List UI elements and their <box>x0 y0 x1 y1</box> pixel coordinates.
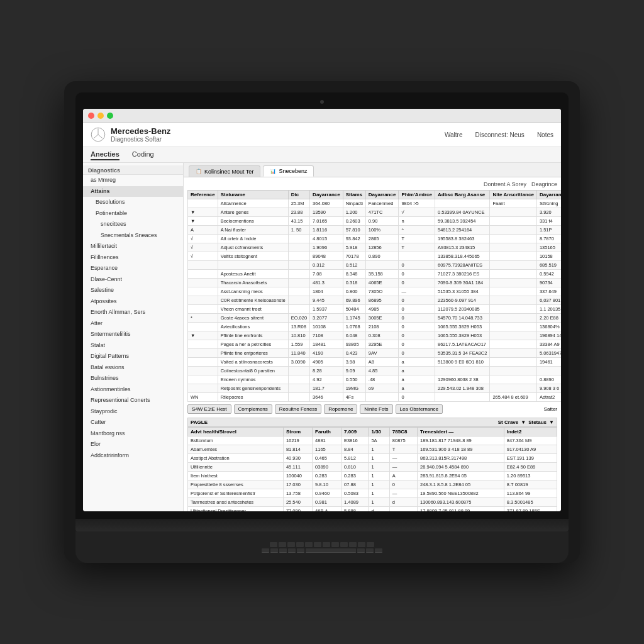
col-header: 7.009 <box>341 428 369 436</box>
nav-bar: Anecties Coding <box>83 147 561 163</box>
footer-button[interactable]: Lea Obsternance <box>396 404 443 414</box>
footer-button[interactable]: Reoultne Feness <box>275 404 321 414</box>
sidebar-astionmentinles[interactable]: Astionmentinles <box>83 384 183 396</box>
table-row[interactable]: Pflinte tine entporteres11.84041900.4239… <box>188 349 562 358</box>
table-row[interactable]: Item hinthest1000400.2830.2831A283.91.81… <box>188 472 557 480</box>
table-row[interactable]: ▼Antare genes23.88135901.200471TC√0.5339… <box>188 208 562 217</box>
table-row[interactable]: ▼Boclocmentions43.157.01650.26030.90n59.… <box>188 217 562 226</box>
header-action-disconnect[interactable]: Disconnest: Neus <box>475 131 525 138</box>
header-action-notes[interactable]: Notes <box>537 131 553 138</box>
table-row[interactable]: Coiinestosntai8 0 parstien8.289.094.85a <box>188 367 562 375</box>
app-header: Mercedes-Benz Diagnostics Softar Waltre … <box>83 123 561 147</box>
sidebar-catter[interactable]: Catter <box>83 417 183 428</box>
header-action-waltre[interactable]: Waltre <box>445 131 463 138</box>
table-row[interactable]: Vsited a stlinosnacorests3.009049053.98A… <box>188 358 562 367</box>
table-row[interactable]: ▼Pflinte tine enrfronts10.81071086.0480.… <box>188 331 562 340</box>
sidebar-snecmentals[interactable]: Snecmentals Sneaces <box>83 230 183 242</box>
table-row[interactable]: Enceen nymmos4.920.550.48a1290960.8038 2… <box>188 375 562 384</box>
tab-icon-1: 📋 <box>196 169 202 174</box>
table-row[interactable]: Retposmt gensinenpondents181.719MGo9a229… <box>188 384 562 393</box>
sidebar-snecittees[interactable]: snecittees <box>83 219 183 230</box>
nav-coding[interactable]: Coding <box>132 149 154 160</box>
sidebar-atpossites[interactable]: Atpossites <box>83 296 183 308</box>
nav-anecties[interactable]: Anecties <box>91 149 119 160</box>
mercedes-benz-logo <box>91 127 106 142</box>
sidebar-esperance[interactable]: Esperance <box>83 263 183 274</box>
col-header-sitams: Sitams <box>343 191 365 199</box>
table-row[interactable]: 0.3120.512060975.73928ANITES685.519 <box>188 261 562 270</box>
sidebar-salestine[interactable]: Salestine <box>83 285 183 296</box>
table-row[interactable]: Ulttocttonsel Dresittsenner77.09046B.A5.… <box>188 507 557 512</box>
table-row[interactable]: AA Nai fluster1. 501.811657.810100%^5481… <box>188 226 562 235</box>
tab-label-1: Kolinsinec Mout Ter <box>204 169 253 175</box>
maximize-button[interactable] <box>107 113 113 119</box>
keyboard-row-1 <box>270 542 374 547</box>
sidebar-representional[interactable]: Representional Conerts <box>83 395 183 406</box>
table-row[interactable]: √Adjust ccfransments1.90965.91812856TA93… <box>188 243 562 252</box>
table-row[interactable]: WNRtlepocres36464Fs0265.484 8 et.609Adtr… <box>188 393 562 402</box>
col-header: Faruth <box>313 428 341 436</box>
table2-controls: St Crave ▼ Stetaus ▼ <box>498 419 554 425</box>
table-row[interactable]: Flopresittette 8 ssserrses17.0309.8.1007… <box>188 480 557 489</box>
table-row[interactable]: Allcannence25.3M364.080NinpactiFancenmed… <box>188 199 562 208</box>
sidebar-dlase-cennt[interactable]: Dlase-Cennt <box>83 274 183 286</box>
sidebar: Diagnostics as Mmreg Attains Besolutions… <box>83 163 184 511</box>
table-row[interactable]: Vhecn cmannt treet1.59375048449850112079… <box>188 305 562 314</box>
chevron-down-icon-2[interactable]: ▼ <box>549 419 554 425</box>
sidebar-enorth-allmman[interactable]: Enorth Allmman, Sers <box>83 307 183 318</box>
footer-button[interactable]: Complemens <box>234 404 272 414</box>
table-row[interactable]: Aviecilicstions13.R08101081.076821080106… <box>188 323 562 331</box>
panel-header-label-1: Dontrent A Sorey <box>484 181 526 187</box>
table-row[interactable]: Tanrnestres ansd antecshetes25.5400.9811… <box>188 498 557 507</box>
sidebar-stalat[interactable]: Stalat <box>83 340 183 352</box>
table-row[interactable]: C0R estitmente Knelsoasonste9.44569.8968… <box>188 296 562 305</box>
tab-snecebenz[interactable]: 📊 Snecebenz <box>263 165 314 177</box>
sidebar-batal-essions[interactable]: Batal essions <box>83 362 183 374</box>
close-button[interactable] <box>88 113 94 119</box>
footer-button[interactable]: S4W E1tE Hest <box>187 404 231 414</box>
sidebar-sntermentelilitis[interactable]: Sntermentelilitis <box>83 329 183 340</box>
sidebar-as-mmreg[interactable]: as Mmreg <box>83 175 183 186</box>
tab-kolinsinec[interactable]: 📋 Kolinsinec Mout Ter <box>189 165 260 177</box>
table-row[interactable]: Abam.emtes81.81411658.841T169.531.900 3 … <box>188 445 557 454</box>
table-row[interactable]: Pages a her a petricitles1.5591848193805… <box>188 340 562 349</box>
table-row[interactable]: Asstipct Abstration40.9300.4655.8121—863… <box>188 454 557 463</box>
header-actions: Waltre Disconnest: Neus Notes <box>445 131 553 138</box>
sidebar-mantborg[interactable]: Mantborg nss <box>83 428 183 440</box>
sidebar-stayprodic[interactable]: Stayprodic <box>83 406 183 418</box>
sidebar-digital-patterns[interactable]: Digital Patterns <box>83 351 183 362</box>
app-content: Mercedes-Benz Diagnostics Softar Waltre … <box>83 123 561 511</box>
table-row[interactable]: Thacarsin Anasottsets481.30.3184065E0709… <box>188 279 562 287</box>
table-row[interactable]: Ulfilienntte45.111038900.8101—28.940.094… <box>188 463 557 472</box>
sidebar-besolutions[interactable]: Besolutions <box>83 197 183 208</box>
table-row[interactable]: √Velfits stsitognent89048701780.89013385… <box>188 252 562 261</box>
sidebar-potinentable[interactable]: Potinentable <box>83 208 183 219</box>
panel-tabs: 📋 Kolinsinec Mout Ter 📊 Snecebenz <box>184 163 561 177</box>
table-row[interactable]: √Att ortetr & Indde4.801593.8422865T1955… <box>188 235 562 243</box>
table1-footer: S4W E1tE HestComplemensReoultne FenessRo… <box>187 404 557 414</box>
sidebar-bulnstrines[interactable]: Bulnstrines <box>83 373 183 384</box>
table-row[interactable]: Asst.cansning meos18040.8007305O—51535.3… <box>188 287 562 296</box>
col-header: Advt health/Strovel <box>188 428 284 436</box>
sidebar-millilertacit[interactable]: Millilertacit <box>83 241 183 252</box>
footer-button[interactable]: Ninite Fots <box>360 404 392 414</box>
minimize-button[interactable] <box>97 113 104 119</box>
sidebar-filillnences[interactable]: Filillnences <box>83 252 183 264</box>
chevron-down-icon[interactable]: ▼ <box>521 419 526 425</box>
table2-header-row: PAGLE St Crave ▼ Stetaus ▼ <box>187 418 557 427</box>
col-header-dic: Dic <box>288 191 309 199</box>
table-row[interactable]: *Goste 4asocs sitrentEO.0203.20771.17453… <box>188 314 562 323</box>
sidebar-elor[interactable]: Elor <box>83 439 183 450</box>
sidebar-addcatririnform[interactable]: Addcatririnform <box>83 450 183 462</box>
sidebar-atter[interactable]: Atter <box>83 318 183 330</box>
tab-icon-2: 📊 <box>270 169 276 174</box>
table-row[interactable]: Potporenst ef Ssnteresmenfistr13.7580.94… <box>188 489 557 498</box>
table-row[interactable]: Apostesus Anetit7.088.34835.158071027.3 … <box>188 270 562 279</box>
footer-button[interactable]: Ropemone <box>324 404 357 414</box>
table2: Advt health/StrovelStromFaruth7.0091/307… <box>187 427 557 511</box>
sidebar-attains[interactable]: Attains <box>83 186 183 197</box>
table-row[interactable]: Bsttomtum162194881E38165A80875189.181.81… <box>188 436 557 445</box>
traffic-lights <box>88 113 113 119</box>
sidebar-diagnostics-header: Diagnostics <box>83 165 183 175</box>
screen: Mercedes-Benz Diagnostics Softar Waltre … <box>83 109 561 511</box>
